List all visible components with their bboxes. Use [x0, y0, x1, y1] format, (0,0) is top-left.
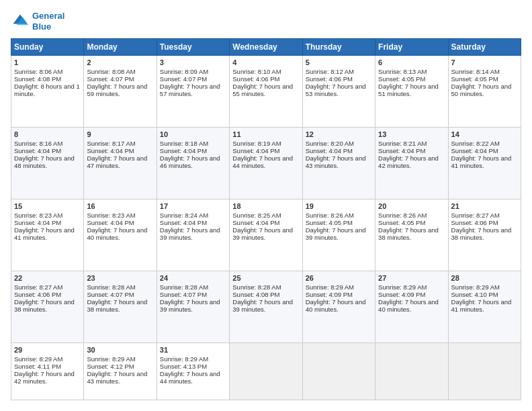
- calendar-cell: 1Sunrise: 8:06 AMSunset: 4:08 PMDaylight…: [11, 56, 84, 128]
- sunrise: Sunrise: 8:19 AM: [232, 140, 281, 147]
- sunset: Sunset: 4:04 PM: [451, 147, 498, 154]
- daylight: Daylight: 7 hours and 59 minutes.: [87, 83, 147, 97]
- daylight: Daylight: 7 hours and 41 minutes.: [14, 226, 75, 241]
- sunset: Sunset: 4:04 PM: [306, 147, 353, 154]
- calendar-cell: 31Sunrise: 8:29 AMSunset: 4:13 PMDayligh…: [157, 342, 229, 400]
- day-number: 5: [306, 58, 372, 66]
- sunset: Sunset: 4:06 PM: [14, 291, 61, 298]
- calendar-cell: 15Sunrise: 8:23 AMSunset: 4:04 PMDayligh…: [11, 199, 84, 271]
- day-number: 29: [14, 346, 81, 354]
- sunrise: Sunrise: 8:23 AM: [14, 212, 62, 219]
- sunrise: Sunrise: 8:09 AM: [160, 68, 208, 75]
- sunrise: Sunrise: 8:28 AM: [160, 283, 208, 291]
- day-number: 12: [306, 130, 372, 138]
- sunrise: Sunrise: 8:14 AM: [451, 68, 500, 75]
- daylight: Daylight: 7 hours and 40 minutes.: [306, 298, 366, 313]
- sunrise: Sunrise: 8:27 AM: [14, 283, 62, 291]
- calendar-cell: 20Sunrise: 8:26 AMSunset: 4:05 PMDayligh…: [375, 199, 448, 271]
- calendar-cell: 8Sunrise: 8:16 AMSunset: 4:04 PMDaylight…: [11, 128, 84, 199]
- sunset: Sunset: 4:05 PM: [306, 219, 353, 226]
- calendar-cell: 25Sunrise: 8:28 AMSunset: 4:08 PMDayligh…: [230, 271, 302, 342]
- day-number: 20: [378, 202, 445, 210]
- day-number: 19: [306, 202, 372, 210]
- calendar-cell: 14Sunrise: 8:22 AMSunset: 4:04 PMDayligh…: [448, 128, 521, 199]
- sunrise: Sunrise: 8:29 AM: [451, 283, 500, 291]
- calendar-header-row: SundayMondayTuesdayWednesdayThursdayFrid…: [11, 39, 521, 56]
- day-number: 4: [232, 58, 299, 66]
- logo-icon: [11, 12, 30, 31]
- sunrise: Sunrise: 8:29 AM: [14, 355, 62, 363]
- calendar-cell: 16Sunrise: 8:23 AMSunset: 4:04 PMDayligh…: [84, 199, 157, 271]
- calendar-week-row: 8Sunrise: 8:16 AMSunset: 4:04 PMDaylight…: [11, 128, 521, 199]
- day-number: 17: [160, 202, 226, 210]
- day-number: 25: [232, 274, 299, 282]
- calendar-cell: 26Sunrise: 8:29 AMSunset: 4:09 PMDayligh…: [302, 271, 375, 342]
- sunrise: Sunrise: 8:28 AM: [87, 283, 135, 291]
- weekday-header: Tuesday: [157, 39, 229, 56]
- calendar-cell: 4Sunrise: 8:10 AMSunset: 4:06 PMDaylight…: [230, 56, 302, 128]
- daylight: Daylight: 7 hours and 38 minutes.: [451, 226, 512, 241]
- sunset: Sunset: 4:09 PM: [378, 291, 425, 298]
- sunset: Sunset: 4:04 PM: [14, 219, 61, 226]
- daylight: Daylight: 7 hours and 39 minutes.: [160, 226, 220, 241]
- daylight: Daylight: 7 hours and 44 minutes.: [232, 154, 293, 169]
- day-number: 27: [378, 274, 445, 282]
- daylight: Daylight: 7 hours and 42 minutes.: [14, 370, 75, 385]
- day-number: 30: [87, 346, 153, 354]
- daylight: Daylight: 7 hours and 39 minutes.: [232, 298, 293, 313]
- calendar-cell: 28Sunrise: 8:29 AMSunset: 4:10 PMDayligh…: [448, 271, 521, 342]
- day-number: 6: [378, 58, 445, 66]
- sunrise: Sunrise: 8:26 AM: [378, 212, 427, 219]
- daylight: Daylight: 7 hours and 55 minutes.: [232, 83, 293, 97]
- sunset: Sunset: 4:04 PM: [378, 147, 425, 154]
- sunset: Sunset: 4:05 PM: [378, 219, 425, 226]
- sunset: Sunset: 4:07 PM: [87, 75, 134, 83]
- calendar-cell: 6Sunrise: 8:13 AMSunset: 4:05 PMDaylight…: [375, 56, 448, 128]
- calendar-cell: [375, 342, 448, 400]
- sunrise: Sunrise: 8:22 AM: [451, 140, 500, 147]
- sunrise: Sunrise: 8:27 AM: [451, 212, 500, 219]
- calendar-cell: 17Sunrise: 8:24 AMSunset: 4:04 PMDayligh…: [157, 199, 229, 271]
- header: General Blue: [11, 11, 521, 32]
- weekday-header: Sunday: [11, 39, 84, 56]
- daylight: Daylight: 7 hours and 40 minutes.: [378, 298, 439, 313]
- sunset: Sunset: 4:05 PM: [451, 75, 498, 83]
- daylight: Daylight: 7 hours and 42 minutes.: [378, 154, 439, 169]
- sunset: Sunset: 4:08 PM: [232, 291, 279, 298]
- calendar-cell: 27Sunrise: 8:29 AMSunset: 4:09 PMDayligh…: [375, 271, 448, 342]
- sunset: Sunset: 4:04 PM: [87, 219, 134, 226]
- calendar-cell: 24Sunrise: 8:28 AMSunset: 4:07 PMDayligh…: [157, 271, 229, 342]
- day-number: 22: [14, 274, 81, 282]
- daylight: Daylight: 7 hours and 57 minutes.: [160, 83, 220, 97]
- sunset: Sunset: 4:08 PM: [14, 75, 61, 83]
- sunset: Sunset: 4:05 PM: [378, 75, 425, 83]
- day-number: 2: [87, 58, 153, 66]
- daylight: Daylight: 7 hours and 50 minutes.: [451, 83, 512, 97]
- daylight: Daylight: 7 hours and 41 minutes.: [451, 154, 512, 169]
- calendar-cell: 23Sunrise: 8:28 AMSunset: 4:07 PMDayligh…: [84, 271, 157, 342]
- sunrise: Sunrise: 8:10 AM: [232, 68, 281, 75]
- calendar-cell: 2Sunrise: 8:08 AMSunset: 4:07 PMDaylight…: [84, 56, 157, 128]
- day-number: 21: [451, 202, 518, 210]
- weekday-header: Thursday: [302, 39, 375, 56]
- sunset: Sunset: 4:04 PM: [87, 147, 134, 154]
- calendar-cell: 13Sunrise: 8:21 AMSunset: 4:04 PMDayligh…: [375, 128, 448, 199]
- daylight: Daylight: 7 hours and 41 minutes.: [451, 298, 512, 313]
- daylight: Daylight: 7 hours and 40 minutes.: [87, 226, 147, 241]
- sunrise: Sunrise: 8:12 AM: [306, 68, 354, 75]
- sunrise: Sunrise: 8:24 AM: [160, 212, 208, 219]
- day-number: 26: [306, 274, 372, 282]
- calendar-week-row: 29Sunrise: 8:29 AMSunset: 4:11 PMDayligh…: [11, 342, 521, 400]
- calendar-cell: 9Sunrise: 8:17 AMSunset: 4:04 PMDaylight…: [84, 128, 157, 199]
- calendar-cell: 19Sunrise: 8:26 AMSunset: 4:05 PMDayligh…: [302, 199, 375, 271]
- calendar-cell: 22Sunrise: 8:27 AMSunset: 4:06 PMDayligh…: [11, 271, 84, 342]
- weekday-header: Friday: [375, 39, 448, 56]
- sunset: Sunset: 4:10 PM: [451, 291, 498, 298]
- day-number: 31: [160, 346, 226, 354]
- calendar-week-row: 15Sunrise: 8:23 AMSunset: 4:04 PMDayligh…: [11, 199, 521, 271]
- day-number: 11: [232, 130, 299, 138]
- day-number: 13: [378, 130, 445, 138]
- sunrise: Sunrise: 8:06 AM: [14, 68, 62, 75]
- sunrise: Sunrise: 8:29 AM: [160, 355, 208, 363]
- weekday-header: Saturday: [448, 39, 521, 56]
